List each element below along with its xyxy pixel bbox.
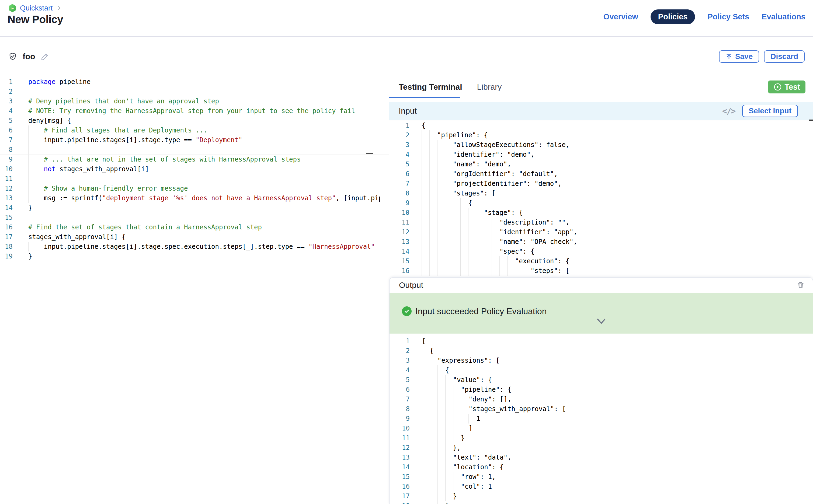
code-text: input.pipeline.stages[i].stage.type == "…: [28, 135, 380, 145]
code-line[interactable]: 14 "location": {: [389, 462, 813, 472]
line-number: 1: [389, 336, 410, 346]
code-text: "text": "data",: [422, 453, 808, 462]
indent-guides: [422, 356, 438, 365]
indent-guides: [422, 462, 453, 472]
indent-guides: [422, 404, 469, 414]
code-line[interactable]: 12 # Show a human-friendly error message: [0, 184, 389, 193]
top-nav: Overview Policies Policy Sets Evaluation…: [604, 9, 805, 24]
code-line[interactable]: 4 "identifier": "demo",: [389, 150, 813, 159]
code-line[interactable]: 1package pipeline: [0, 77, 389, 87]
test-button[interactable]: Test: [768, 81, 805, 93]
code-view-icon[interactable]: </>: [722, 106, 735, 116]
code-line[interactable]: 10 ]: [389, 423, 813, 433]
breadcrumb-project-link[interactable]: Quickstart: [20, 4, 53, 12]
code-line[interactable]: 15: [0, 213, 389, 222]
terminal-tabs: Testing Terminal Library: [389, 76, 813, 98]
input-json-editor[interactable]: 1{2 "pipeline": {3 "allowStageExecutions…: [389, 120, 813, 277]
indent-guides: [422, 433, 461, 443]
code-line[interactable]: 10 "stage": {: [389, 208, 813, 218]
discard-button[interactable]: Discard: [764, 50, 805, 63]
code-line[interactable]: 1[: [389, 336, 813, 346]
edit-pencil-icon[interactable]: [41, 52, 49, 61]
code-line[interactable]: 9 # ... that are not in the set of stage…: [0, 155, 389, 164]
code-line[interactable]: 14 "spec": {: [389, 247, 813, 256]
test-button-label: Test: [785, 83, 800, 92]
code-line[interactable]: 1{: [389, 121, 813, 130]
code-line[interactable]: 9 1: [389, 414, 813, 423]
expand-result-chevron-icon[interactable]: [596, 318, 607, 326]
code-line[interactable]: 14}: [0, 203, 389, 213]
active-tab-underline: [389, 97, 460, 98]
code-text: msg := sprintf("deployment stage '%s' do…: [28, 193, 380, 203]
code-line[interactable]: 16 "steps": [: [389, 266, 813, 276]
code-line[interactable]: 11 "description": "",: [389, 218, 813, 227]
code-text: "steps": [: [422, 266, 809, 276]
code-line[interactable]: 17 }: [389, 491, 813, 501]
output-json-editor[interactable]: 1[2 {3 "expressions": [4 {5 "value": {6 …: [389, 334, 813, 504]
harness-project-icon: ∞: [8, 4, 17, 12]
code-line[interactable]: 8 "stages": [: [389, 188, 813, 198]
nav-tab-policies[interactable]: Policies: [651, 9, 695, 24]
code-text: {: [422, 346, 808, 356]
code-line[interactable]: 16 "col": 1: [389, 482, 813, 491]
code-line[interactable]: 9 {: [389, 198, 813, 208]
code-line[interactable]: 3 "allowStageExecutions": false,: [389, 140, 813, 150]
code-line[interactable]: 2 "pipeline": {: [389, 130, 813, 140]
code-line[interactable]: 8 "stages_with_approval": [: [389, 404, 813, 414]
code-line[interactable]: 6 # Find all stages that are Deployments…: [0, 125, 389, 135]
code-line[interactable]: 12 },: [389, 443, 813, 453]
code-line[interactable]: 6 "pipeline": {: [389, 385, 813, 394]
code-line[interactable]: 8: [0, 145, 389, 155]
code-line[interactable]: 5deny[msg] {: [0, 116, 389, 125]
line-number: 6: [0, 125, 13, 135]
code-text: # Deny pipelines that don't have an appr…: [28, 96, 380, 106]
code-line[interactable]: 19}: [0, 251, 389, 261]
code-line[interactable]: 5 "name": "demo",: [389, 159, 813, 169]
tab-testing-terminal[interactable]: Testing Terminal: [399, 82, 462, 92]
code-line[interactable]: 11: [0, 174, 389, 184]
tab-library[interactable]: Library: [477, 82, 502, 92]
code-line[interactable]: 2: [0, 87, 389, 96]
code-line[interactable]: 4# NOTE: Try removing the HarnessApprova…: [0, 106, 389, 116]
code-line[interactable]: 15 "execution": {: [389, 256, 813, 266]
code-text: package pipeline: [28, 77, 380, 87]
save-button[interactable]: Save: [719, 50, 759, 63]
code-text: input.pipeline.stages[i].stage.spec.exec…: [28, 242, 380, 251]
code-line[interactable]: 5 "value": {: [389, 375, 813, 385]
code-line[interactable]: 4 {: [389, 365, 813, 375]
code-line[interactable]: 3# Deny pipelines that don't have an app…: [0, 96, 389, 106]
code-line[interactable]: 11 }: [389, 433, 813, 443]
indent-guides: [422, 218, 500, 227]
indent-guides: [422, 346, 430, 356]
nav-tab-evaluations[interactable]: Evaluations: [762, 12, 805, 21]
nav-tab-policy-sets[interactable]: Policy Sets: [707, 12, 749, 21]
code-line[interactable]: 10 not stages_with_approval[i]: [0, 164, 389, 174]
code-text: [28, 213, 380, 222]
code-line[interactable]: 12 "identifier": "app",: [389, 227, 813, 237]
line-number: 5: [0, 116, 13, 125]
clear-output-button[interactable]: [797, 281, 805, 289]
code-text: "stages_with_approval": [: [422, 404, 808, 414]
policy-code-editor[interactable]: 1package pipeline23# Deny pipelines that…: [0, 76, 389, 504]
code-line[interactable]: 3 "expressions": [: [389, 356, 813, 365]
line-number: 1: [0, 77, 13, 87]
code-line[interactable]: 18 input.pipeline.stages[i].stage.spec.e…: [0, 242, 389, 251]
code-line[interactable]: 13 "text": "data",: [389, 453, 813, 462]
code-line[interactable]: 17stages_with_approval[i] {: [0, 232, 389, 242]
code-line[interactable]: 2 {: [389, 346, 813, 356]
code-line[interactable]: 6 "orgIdentifier": "default",: [389, 169, 813, 179]
code-line[interactable]: 15 "row": 1,: [389, 472, 813, 482]
nav-tab-overview[interactable]: Overview: [604, 12, 638, 21]
select-input-button[interactable]: Select Input: [742, 105, 798, 117]
code-line[interactable]: 13 "name": "OPA check",: [389, 237, 813, 247]
code-line[interactable]: 7 "deny": [],: [389, 394, 813, 404]
code-line[interactable]: 7 input.pipeline.stages[i].stage.type ==…: [0, 135, 389, 145]
code-line[interactable]: 16# Find the set of stages that contain …: [0, 222, 389, 232]
code-line[interactable]: 18 }: [389, 501, 813, 504]
code-text: }: [422, 491, 808, 501]
code-line[interactable]: 13 msg := sprintf("deployment stage '%s'…: [0, 193, 389, 203]
line-number: 14: [0, 203, 13, 213]
line-number: 3: [0, 96, 13, 106]
code-line[interactable]: 7 "projectIdentifier": "demo",: [389, 179, 813, 188]
shield-check-icon: [8, 52, 17, 61]
